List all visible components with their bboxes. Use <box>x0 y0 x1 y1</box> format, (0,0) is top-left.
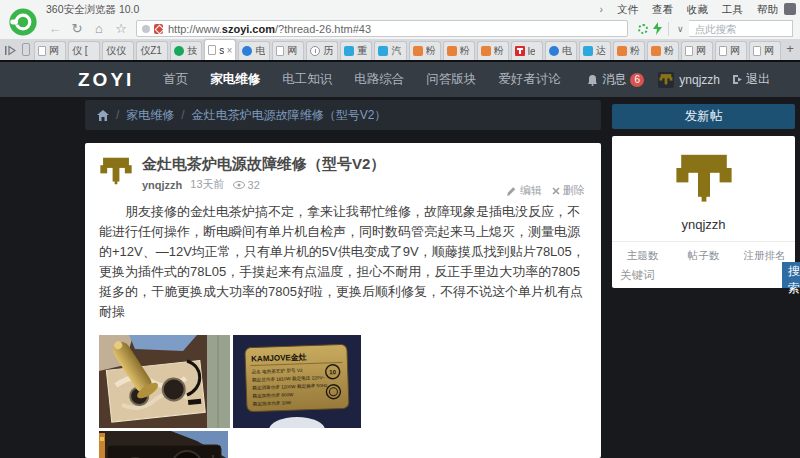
logout-link[interactable]: 退出 <box>732 71 770 88</box>
browser-tab[interactable]: 粉 <box>647 41 679 60</box>
tab-list-icon[interactable] <box>5 45 16 56</box>
browser-window: 360安全浏览器 10.0 › 文件 查看 收藏 工具 帮助 ← ↻ ⌂ ☆ h… <box>0 0 800 458</box>
breadcrumb-separator: / <box>116 108 119 122</box>
post-author[interactable]: ynqjzzh <box>142 179 182 191</box>
url-prefix: http://www. <box>168 23 222 35</box>
browser-tab[interactable]: 仪 [ <box>68 41 100 60</box>
post-image-nameplate[interactable]: KAMJOVE金灶 品名 电热茶艺炉 型号 V2 额定总功率 1810W 额定电… <box>233 335 361 428</box>
site-logo[interactable]: ZOYI <box>78 69 134 91</box>
breadcrumb-separator: / <box>181 108 184 122</box>
browser-tab[interactable]: le <box>511 41 543 60</box>
new-tab-button[interactable]: + <box>782 41 798 56</box>
page-favicon <box>208 45 216 55</box>
breadcrumb-forum-link[interactable]: 家电维修 <box>126 107 174 124</box>
nav-hobbyist[interactable]: 爱好者讨论 <box>487 62 572 97</box>
nav-circuits[interactable]: 电路综合 <box>343 62 415 97</box>
search-button[interactable]: 搜索 <box>782 262 800 288</box>
browser-tab[interactable]: 粉 <box>443 41 475 60</box>
nav-appliance-repair[interactable]: 家电维修 <box>199 62 271 97</box>
browser-tab[interactable]: 技 <box>170 41 202 60</box>
home-favicon <box>344 46 354 56</box>
browser-tab[interactable]: 历 <box>306 41 338 60</box>
mobile-sync-icon[interactable] <box>22 43 30 56</box>
browser-tab[interactable]: 达 <box>579 41 611 60</box>
cert-warning-icon[interactable] <box>154 24 163 34</box>
url-path: /?thread-26.htm#43 <box>275 23 371 35</box>
site-info-icon[interactable] <box>142 25 150 33</box>
chevron-down-icon[interactable]: ∨ <box>674 24 687 34</box>
breadcrumb: / 家电维修 / 金灶电茶炉电源故障维修（型号V2） <box>85 100 601 130</box>
nav-home[interactable]: 首页 <box>152 62 199 97</box>
menu-favorites[interactable]: 收藏 <box>687 3 708 17</box>
post-images-row <box>99 431 587 458</box>
menu-tools[interactable]: 工具 <box>722 3 743 17</box>
post-meta: ynqjzzh 13天前 32 <box>142 177 385 192</box>
back-icon[interactable]: ← <box>44 18 66 39</box>
menu-more-icon[interactable]: › <box>600 3 604 17</box>
menu-file[interactable]: 文件 <box>617 3 638 17</box>
browser-tab[interactable]: 网 <box>34 41 66 60</box>
post-card: 金灶电茶炉电源故障维修（型号V2） ynqjzzh 13天前 32 <box>85 143 601 458</box>
bookmark-star-icon[interactable]: ☆ <box>110 18 132 39</box>
post-image-tea-stove[interactable] <box>99 335 230 428</box>
delete-button[interactable]: 删除 <box>552 183 585 198</box>
menu-help[interactable]: 帮助 <box>757 3 778 17</box>
messages-link[interactable]: 消息 <box>602 71 626 88</box>
close-icon[interactable]: × <box>224 45 232 56</box>
browser-tab[interactable]: 粉 <box>613 41 645 60</box>
browser-360-logo-icon[interactable] <box>7 6 39 38</box>
speed-bolt-icon[interactable] <box>652 22 663 35</box>
browser-tab[interactable]: 网 <box>715 41 747 60</box>
username-link[interactable]: ynqjzzh <box>679 73 720 87</box>
browser-tab[interactable]: 粉 <box>409 41 441 60</box>
browser-tab[interactable]: 网 <box>272 41 304 60</box>
page-favicon <box>276 46 284 56</box>
titlebar-extra-icon[interactable] <box>784 3 796 15</box>
edit-label: 编辑 <box>520 183 542 198</box>
breadcrumb-home-icon[interactable] <box>97 110 109 121</box>
nav-electrician[interactable]: 电工知识 <box>271 62 343 97</box>
breadcrumb-thread: 金灶电茶炉电源故障维修（型号V2） <box>192 107 387 124</box>
nav-qa[interactable]: 问答版块 <box>415 62 487 97</box>
bell-icon[interactable] <box>587 74 598 86</box>
browser-tab[interactable]: 电 <box>238 41 270 60</box>
browser-tab[interactable]: 电 <box>545 41 577 60</box>
home-icon[interactable]: ⌂ <box>88 18 110 39</box>
browser-tab-active[interactable]: s× <box>204 39 236 60</box>
post-author-avatar[interactable] <box>99 155 133 189</box>
browser-tab[interactable]: 仪Z1 <box>136 41 168 60</box>
post-image-stove-底壳[interactable] <box>99 431 228 458</box>
menu-view[interactable]: 查看 <box>652 3 673 17</box>
keyword-input[interactable] <box>612 262 782 288</box>
address-bar[interactable]: http://www.szoyi.com/?thread-26.htm#43 <box>136 20 628 37</box>
browser-tab[interactable]: 粉 <box>477 41 509 60</box>
paw-favicon <box>549 46 559 56</box>
browser-tab[interactable]: 网 <box>681 41 713 60</box>
page-favicon <box>719 46 727 56</box>
url-text[interactable]: http://www.szoyi.com/?thread-26.htm#43 <box>168 23 371 35</box>
profile-username[interactable]: ynqjzzh <box>612 217 795 232</box>
browser-tab[interactable]: 仪仪 <box>102 41 134 60</box>
delete-label: 删除 <box>563 183 585 198</box>
browser-tab[interactable]: 网 <box>749 41 781 60</box>
refresh-icon[interactable]: ↻ <box>66 18 88 39</box>
quick-search-input[interactable] <box>689 20 793 37</box>
post-images-row: KAMJOVE金灶 品名 电热茶艺炉 型号 V2 额定总功率 1810W 额定电… <box>99 335 587 428</box>
post-body: 朋友接修的金灶电茶炉搞不定，拿来让我帮忙维修，故障现象是插电没反应，不能进行任何… <box>99 202 587 322</box>
page-favicon <box>685 46 693 56</box>
exit-icon <box>732 74 743 85</box>
edit-button[interactable]: 编辑 <box>507 183 542 198</box>
browser-tab[interactable]: 汽 <box>374 41 406 60</box>
stat-label: 主题数 <box>612 249 673 263</box>
browser-title: 360安全浏览器 10.0 <box>46 3 139 17</box>
messages-badge[interactable]: 6 <box>630 73 644 87</box>
user-avatar[interactable] <box>658 72 674 88</box>
extension-wheel-icon[interactable] <box>638 24 648 34</box>
tv-favicon <box>515 46 525 56</box>
browser-tab[interactable]: 重 <box>340 41 372 60</box>
views-count: 32 <box>248 179 260 191</box>
new-post-button[interactable]: 发新帖 <box>612 104 795 129</box>
home-favicon <box>583 46 593 56</box>
post-views: 32 <box>233 179 260 191</box>
profile-avatar[interactable] <box>674 150 734 210</box>
